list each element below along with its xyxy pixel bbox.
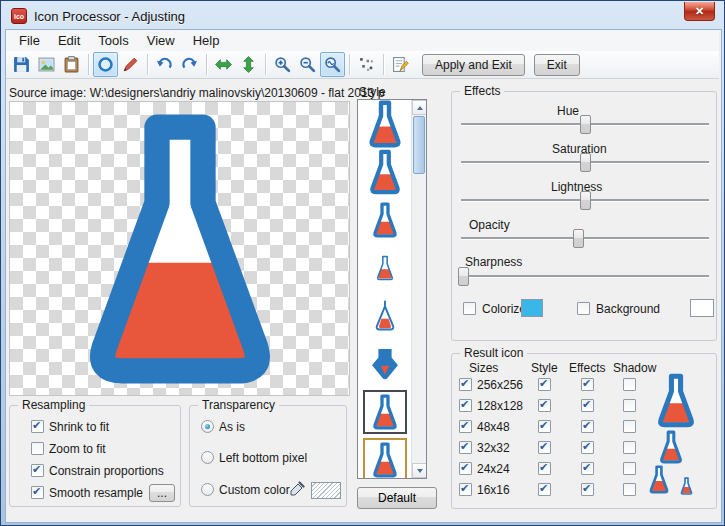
menu-item-view[interactable]: View [138, 30, 184, 51]
left-bottom-pixel-radio[interactable] [201, 451, 214, 464]
shadow-32-checkbox[interactable] [623, 441, 636, 454]
menu-item-file[interactable]: File [10, 30, 49, 51]
stretch-vertical-button[interactable] [236, 52, 261, 77]
exit-button[interactable]: Exit [534, 54, 580, 76]
resample-options-button[interactable]: ... [149, 484, 175, 502]
hue-slider-thumb[interactable] [580, 115, 591, 134]
lightness-slider-thumb[interactable] [580, 191, 591, 210]
toolbar-separator [88, 54, 89, 75]
stretch-vertical-icon [240, 56, 257, 73]
colorize-color-swatch[interactable] [521, 299, 543, 317]
style-item-flask-arrow[interactable] [358, 340, 412, 388]
scrollbar-thumb[interactable] [413, 116, 425, 174]
style-32-checkbox[interactable] [538, 441, 551, 454]
style-item-flask-framed-selected[interactable] [358, 388, 412, 436]
background-color-swatch[interactable] [690, 299, 714, 317]
opacity-slider-thumb[interactable] [573, 229, 584, 248]
style-item-flask-kite[interactable] [358, 292, 412, 340]
effects-16-checkbox[interactable] [581, 483, 594, 496]
effects-32-checkbox[interactable] [581, 441, 594, 454]
stretch-horizontal-button[interactable] [211, 52, 236, 77]
colorize-checkbox[interactable] [463, 302, 476, 315]
style-16-checkbox[interactable] [538, 483, 551, 496]
result-preview-24-icon [647, 465, 671, 494]
size-24-checkbox[interactable] [459, 462, 472, 475]
menu-item-edit[interactable]: Edit [49, 30, 89, 51]
style-item-flask-outline[interactable] [358, 244, 412, 292]
adjust-button[interactable] [388, 52, 413, 77]
effects-256-checkbox[interactable] [581, 378, 594, 391]
hue-slider[interactable] [461, 115, 709, 134]
saturation-slider[interactable] [461, 153, 709, 172]
size-32-checkbox[interactable] [459, 441, 472, 454]
size-256-label: 256x256 [477, 378, 523, 392]
style-item-flask-flat[interactable] [358, 100, 412, 148]
save-button[interactable] [9, 52, 34, 77]
size-16-checkbox[interactable] [459, 483, 472, 496]
style-item-flask-small[interactable] [358, 196, 412, 244]
style-128-checkbox[interactable] [538, 399, 551, 412]
pencil-button[interactable] [118, 52, 143, 77]
smooth-resample-checkbox[interactable] [31, 486, 44, 499]
shrink-to-fit-checkbox[interactable] [31, 420, 44, 433]
background-checkbox[interactable] [577, 302, 590, 315]
menu-item-help[interactable]: Help [184, 30, 229, 51]
eyedropper-icon[interactable] [289, 481, 305, 497]
shadow-16-checkbox[interactable] [623, 483, 636, 496]
background-label: Background [596, 302, 660, 316]
style-list-scrollbar[interactable] [411, 100, 426, 478]
toolbar-separator [206, 54, 207, 75]
opacity-slider[interactable] [461, 229, 709, 248]
ellipse-select-button[interactable] [93, 52, 118, 77]
zoom-to-fit-checkbox[interactable] [31, 442, 44, 455]
shadow-24-checkbox[interactable] [623, 462, 636, 475]
effects-48-checkbox[interactable] [581, 420, 594, 433]
as-is-label: As is [219, 420, 245, 434]
saturation-slider-thumb[interactable] [580, 153, 591, 172]
style-48-checkbox[interactable] [538, 420, 551, 433]
redo-icon [181, 56, 198, 73]
close-button[interactable]: ✕ [684, 2, 715, 21]
shadow-128-checkbox[interactable] [623, 399, 636, 412]
shadow-48-checkbox[interactable] [623, 420, 636, 433]
lightness-slider[interactable] [461, 191, 709, 210]
zoom-to-fit-label: Zoom to fit [49, 442, 106, 456]
size-128-checkbox[interactable] [459, 399, 472, 412]
menu-item-tools[interactable]: Tools [89, 30, 137, 51]
pixel-pattern-button[interactable] [354, 52, 379, 77]
export-image-button[interactable] [34, 52, 59, 77]
style-256-checkbox[interactable] [538, 378, 551, 391]
scroll-down-button[interactable] [412, 463, 427, 478]
style-list [357, 99, 427, 479]
shrink-to-fit-label: Shrink to fit [49, 420, 109, 434]
constrain-proportions-checkbox[interactable] [31, 464, 44, 477]
size-48-checkbox[interactable] [459, 420, 472, 433]
zoom-out-button[interactable] [295, 52, 320, 77]
size-48-label: 48x48 [477, 420, 510, 434]
sharpness-slider[interactable] [461, 267, 709, 286]
flask-kite-icon [371, 299, 399, 333]
default-button[interactable]: Default [357, 487, 437, 509]
custom-color-swatch[interactable] [311, 482, 341, 499]
undo-button[interactable] [152, 52, 177, 77]
style-24-checkbox[interactable] [538, 462, 551, 475]
custom-color-radio[interactable] [201, 483, 214, 496]
adjust-icon [392, 56, 409, 73]
style-item-flask-framed-gold[interactable] [358, 436, 412, 479]
effects-128-checkbox[interactable] [581, 399, 594, 412]
redo-button[interactable] [177, 52, 202, 77]
paste-button[interactable] [59, 52, 84, 77]
effects-24-checkbox[interactable] [581, 462, 594, 475]
size-256-checkbox[interactable] [459, 378, 472, 391]
titlebar[interactable]: ico Icon Processor - Adjusting ✕ [2, 2, 723, 29]
toolbar-separator [265, 54, 266, 75]
sharpness-slider-thumb[interactable] [458, 267, 469, 286]
as-is-radio[interactable] [201, 420, 214, 433]
style-item-flask-flat-alt[interactable] [358, 148, 412, 196]
pixel-pattern-icon [358, 56, 375, 73]
zoom-curve-button[interactable] [320, 52, 345, 77]
zoom-in-button[interactable] [270, 52, 295, 77]
scroll-up-button[interactable] [412, 100, 427, 115]
apply-and-exit-button[interactable]: Apply and Exit [422, 54, 525, 76]
shadow-256-checkbox[interactable] [623, 378, 636, 391]
